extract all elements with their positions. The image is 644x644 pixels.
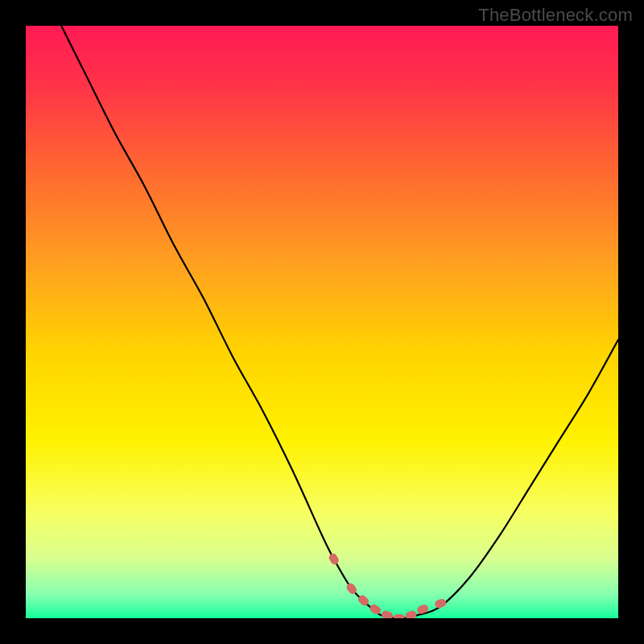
plot-svg [26, 26, 618, 618]
chart-stage: TheBottleneck.com [0, 0, 644, 644]
bottleneck-plot [26, 26, 618, 618]
gradient-background [26, 26, 618, 618]
watermark-text: TheBottleneck.com [478, 5, 633, 26]
